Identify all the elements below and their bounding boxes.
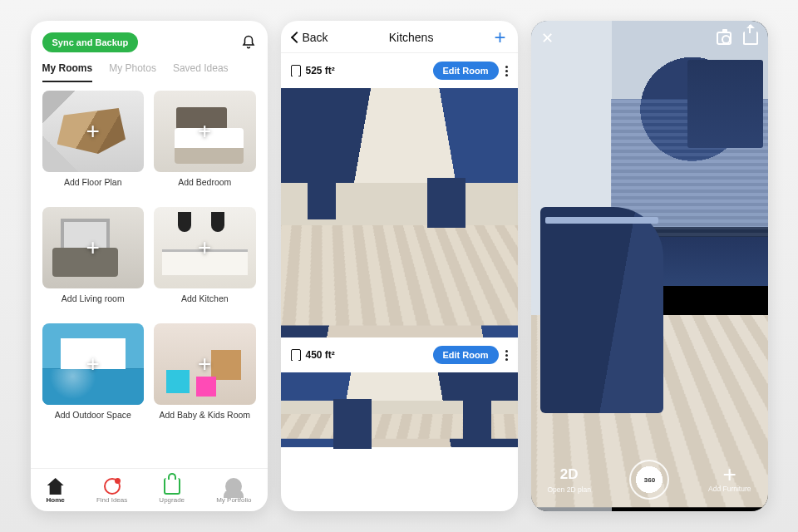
thumb-outdoor: + [42, 323, 145, 405]
card-label: Add Floor Plan [64, 177, 121, 187]
area-value: 450 ft² [306, 349, 335, 361]
bookmark-icon[interactable] [291, 65, 301, 76]
share-icon[interactable] [743, 32, 758, 45]
nav-find-ideas[interactable]: Find Ideas [96, 478, 127, 504]
area-value: 525 ft² [306, 65, 335, 76]
room-info-row: 525 ft² Edit Room [281, 53, 518, 88]
card-label: Add Bedroom [178, 177, 231, 187]
card-label: Add Kitchen [181, 293, 229, 303]
add-furniture-button[interactable]: + Add Furniture [708, 466, 751, 494]
page-title: Kitchens [389, 31, 434, 44]
edit-room-button[interactable]: Edit Room [433, 62, 499, 80]
plus-icon: + [198, 120, 211, 143]
card-living-room[interactable]: + Add Living room [42, 207, 145, 315]
room-area: 525 ft² [291, 65, 335, 76]
card-kids-room[interactable]: + Add Baby & Kids Room [154, 323, 256, 431]
nav-label: Find Ideas [96, 496, 127, 504]
sync-backup-button[interactable]: Sync and Backup [42, 32, 139, 52]
thumb-kitchen: + [154, 207, 256, 288]
nav-upgrade[interactable]: Upgrade [159, 478, 185, 504]
card-label: Add Living room [62, 293, 125, 303]
more-options-button[interactable] [505, 66, 508, 76]
card-label: Add Outdoor Space [55, 410, 131, 420]
btn-small-label: Open 2D plan [548, 485, 591, 494]
bookmark-icon[interactable] [291, 349, 301, 361]
room-area: 450 ft² [291, 349, 335, 361]
nav-portfolio[interactable]: My Portfolio [216, 478, 251, 504]
user-icon [225, 478, 242, 495]
more-options-button[interactable] [505, 350, 508, 361]
room-render-1[interactable]: 2D [281, 88, 518, 337]
plus-icon: + [198, 236, 211, 259]
vr-360-icon [637, 472, 662, 487]
topbar: Sync and Backup [31, 21, 268, 57]
back-button[interactable]: Back [293, 31, 328, 44]
tab-bar: My Rooms My Photos Saved Ideas [31, 57, 268, 82]
thumb-floor-plan: + [42, 91, 145, 172]
plus-icon: + [723, 466, 736, 483]
tab-my-photos[interactable]: My Photos [109, 62, 156, 82]
plus-icon: + [198, 352, 211, 376]
room-info-row: 450 ft² Edit Room [281, 337, 518, 372]
nav-home[interactable]: Home [47, 478, 65, 504]
room-item-1: 525 ft² Edit Room 2D [281, 53, 518, 337]
bottom-nav: Home Find Ideas Upgrade My Portfolio [31, 468, 268, 511]
card-floor-plan[interactable]: + Add Floor Plan [42, 91, 145, 199]
tab-my-rooms[interactable]: My Rooms [42, 62, 93, 82]
kitchen-island [540, 207, 663, 413]
back-label: Back [303, 31, 328, 44]
rooms-grid: + Add Floor Plan + Add Bedroom + Add Liv… [31, 82, 268, 468]
plus-icon: + [86, 236, 100, 259]
cart-icon [164, 478, 180, 495]
screen-kitchens-list: Back Kitchens + 525 ft² Edit Room 2D 450… [281, 21, 518, 511]
kitchen-3d-scene [281, 372, 518, 447]
card-outdoor[interactable]: + Add Outdoor Space [42, 323, 145, 431]
tab-saved-ideas[interactable]: Saved Ideas [173, 62, 229, 82]
header: Back Kitchens + [281, 21, 518, 53]
card-label: Add Baby & Kids Room [159, 410, 250, 420]
thumb-bedroom: + [154, 91, 256, 172]
lightbulb-icon [104, 478, 121, 495]
notifications-icon[interactable] [241, 35, 256, 50]
camera-icon[interactable] [717, 32, 732, 45]
view-360-button[interactable] [629, 460, 669, 500]
thumb-kids: + [154, 323, 256, 405]
room-render-2[interactable]: 2D [281, 372, 518, 447]
nav-label: Upgrade [159, 496, 185, 504]
add-room-button[interactable]: + [494, 32, 505, 43]
thumb-living: + [42, 207, 145, 288]
home-icon [47, 478, 64, 495]
plus-icon: + [86, 120, 100, 143]
edit-room-button[interactable]: Edit Room [433, 346, 499, 364]
close-button[interactable]: ✕ [541, 29, 554, 47]
upper-cabinet [687, 60, 763, 148]
card-bedroom[interactable]: + Add Bedroom [154, 91, 256, 199]
kitchen-3d-scene [281, 88, 518, 337]
btn-small-label: Add Furniture [708, 485, 751, 493]
room-3d-render[interactable] [531, 21, 768, 511]
viewer-bottombar: 2D Open 2D plan + Add Furniture [531, 460, 768, 500]
card-kitchen[interactable]: + Add Kitchen [154, 207, 256, 315]
nav-label: Home [47, 496, 65, 504]
screen-my-rooms: Sync and Backup My Rooms My Photos Saved… [31, 21, 268, 511]
room-item-2: 450 ft² Edit Room 2D [281, 337, 518, 447]
btn-big-label: 2D [560, 466, 579, 483]
open-2d-button[interactable]: 2D Open 2D plan [548, 466, 591, 494]
plus-icon: + [86, 352, 100, 376]
chevron-left-icon [290, 32, 302, 43]
screen-3d-viewer: ✕ 2D Open 2D plan + Add Furniture [531, 21, 768, 511]
viewer-topbar: ✕ [541, 29, 758, 47]
